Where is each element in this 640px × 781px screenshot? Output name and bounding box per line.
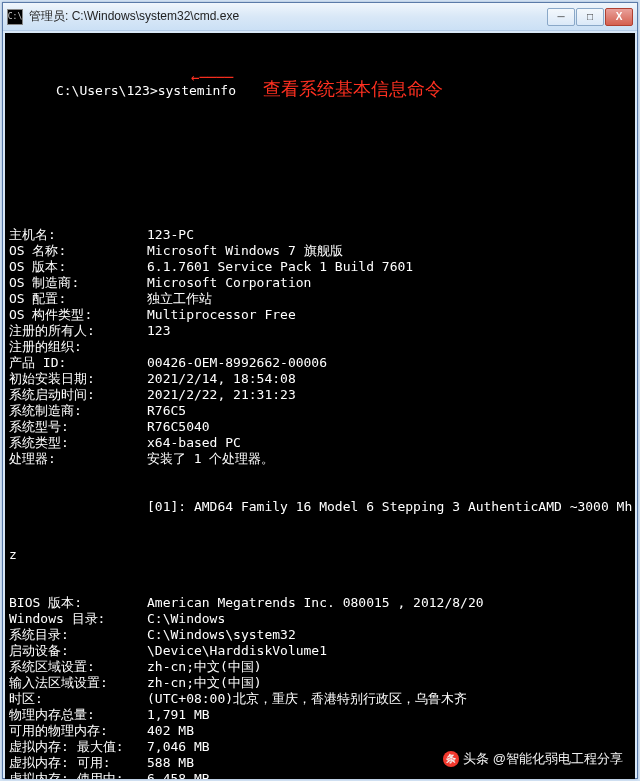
info-row: BIOS 版本:American Megatrends Inc. 080015 … <box>9 595 631 611</box>
info-label: 系统类型: <box>9 435 147 451</box>
info-row: OS 构件类型:Multiprocessor Free <box>9 307 631 323</box>
info-row: 系统类型:x64-based PC <box>9 435 631 451</box>
info-value: 2021/2/14, 18:54:08 <box>147 371 631 387</box>
info-value: C:\Windows <box>147 611 631 627</box>
info-label: OS 制造商: <box>9 275 147 291</box>
window-buttons: ─ □ X <box>547 8 633 26</box>
info-label: 主机名: <box>9 227 147 243</box>
info-value: 独立工作站 <box>147 291 631 307</box>
watermark: 条 头条 @智能化弱电工程分享 <box>443 751 623 767</box>
info-row: 时区:(UTC+08:00)北京，重庆，香港特别行政区，乌鲁木齐 <box>9 691 631 707</box>
info-value <box>147 339 631 355</box>
info-label: OS 构件类型: <box>9 307 147 323</box>
info-label: 系统区域设置: <box>9 659 147 675</box>
terminal-output[interactable]: C:\Users\123>systeminfo ←──── 查看系统基本信息命令… <box>5 33 635 779</box>
close-button[interactable]: X <box>605 8 633 26</box>
info-label: 初始安装日期: <box>9 371 147 387</box>
info-label: 系统目录: <box>9 627 147 643</box>
info-label: 虚拟内存: 可用: <box>9 755 147 771</box>
info-value: 1,791 MB <box>147 707 631 723</box>
info-value: American Megatrends Inc. 080015 , 2012/8… <box>147 595 631 611</box>
info-label: 虚拟内存: 使用中: <box>9 771 147 779</box>
info-row: 启动设备:\Device\HarddiskVolume1 <box>9 643 631 659</box>
info-label: BIOS 版本: <box>9 595 147 611</box>
titlebar[interactable]: C:\ 管理员: C:\Windows\system32\cmd.exe ─ □… <box>3 3 637 31</box>
info-value: R76C5040 <box>147 419 631 435</box>
minimize-button[interactable]: ─ <box>547 8 575 26</box>
window-title: 管理员: C:\Windows\system32\cmd.exe <box>29 8 547 25</box>
info-label: 物理内存总量: <box>9 707 147 723</box>
info-value: 123 <box>147 323 631 339</box>
info-value: zh-cn;中文(中国) <box>147 659 631 675</box>
info-value: 6,458 MB <box>147 771 631 779</box>
processor-detail: [01]: AMD64 Family 16 Model 6 Stepping 3… <box>9 499 631 515</box>
cmd-window: C:\ 管理员: C:\Windows\system32\cmd.exe ─ □… <box>2 2 638 779</box>
info-value: zh-cn;中文(中国) <box>147 675 631 691</box>
info-value: Multiprocessor Free <box>147 307 631 323</box>
prompt-line: C:\Users\123>systeminfo ←──── 查看系统基本信息命令 <box>9 67 631 147</box>
info-label: OS 名称: <box>9 243 147 259</box>
info-value: Microsoft Windows 7 旗舰版 <box>147 243 631 259</box>
info-row: 系统启动时间:2021/2/22, 21:31:23 <box>9 387 631 403</box>
info-label: 系统型号: <box>9 419 147 435</box>
info-row: OS 名称:Microsoft Windows 7 旗舰版 <box>9 243 631 259</box>
annotation-text: 查看系统基本信息命令 <box>263 81 443 97</box>
info-row: 系统制造商:R76C5 <box>9 403 631 419</box>
info-row: 系统区域设置:zh-cn;中文(中国) <box>9 659 631 675</box>
info-value: 00426-OEM-8992662-00006 <box>147 355 631 371</box>
info-row: Windows 目录:C:\Windows <box>9 611 631 627</box>
info-label: 输入法区域设置: <box>9 675 147 691</box>
info-value: C:\Windows\system32 <box>147 627 631 643</box>
info-value: 2021/2/22, 21:31:23 <box>147 387 631 403</box>
info-label: Windows 目录: <box>9 611 147 627</box>
info-value: x64-based PC <box>147 435 631 451</box>
info-row: OS 制造商:Microsoft Corporation <box>9 275 631 291</box>
info-label: 注册的所有人: <box>9 323 147 339</box>
info-row: 处理器:安装了 1 个处理器。 <box>9 451 631 467</box>
text-line: z <box>9 547 631 563</box>
info-row: 系统型号:R76C5040 <box>9 419 631 435</box>
info-row: 物理内存总量:1,791 MB <box>9 707 631 723</box>
info-row: 虚拟内存: 使用中:6,458 MB <box>9 771 631 779</box>
info-label: 系统制造商: <box>9 403 147 419</box>
info-label: 启动设备: <box>9 643 147 659</box>
info-row: 产品 ID:00426-OEM-8992662-00006 <box>9 355 631 371</box>
info-value: R76C5 <box>147 403 631 419</box>
info-label: 虚拟内存: 最大值: <box>9 739 147 755</box>
info-value: (UTC+08:00)北京，重庆，香港特别行政区，乌鲁木齐 <box>147 691 631 707</box>
info-value: 安装了 1 个处理器。 <box>147 451 631 467</box>
info-row: 可用的物理内存:402 MB <box>9 723 631 739</box>
info-value: 123-PC <box>147 227 631 243</box>
cmd-icon: C:\ <box>7 9 23 25</box>
info-label: OS 配置: <box>9 291 147 307</box>
info-value: 6.1.7601 Service Pack 1 Build 7601 <box>147 259 631 275</box>
info-label: OS 版本: <box>9 259 147 275</box>
info-row: OS 版本:6.1.7601 Service Pack 1 Build 7601 <box>9 259 631 275</box>
info-row: 注册的组织: <box>9 339 631 355</box>
info-label: 产品 ID: <box>9 355 147 371</box>
watermark-icon: 条 <box>443 751 459 767</box>
info-label: 可用的物理内存: <box>9 723 147 739</box>
info-label: 系统启动时间: <box>9 387 147 403</box>
watermark-text: 头条 @智能化弱电工程分享 <box>463 751 623 767</box>
info-row: 初始安装日期:2021/2/14, 18:54:08 <box>9 371 631 387</box>
info-label: 注册的组织: <box>9 339 147 355</box>
info-row: 主机名:123-PC <box>9 227 631 243</box>
prompt-text: C:\Users\123>systeminfo <box>56 83 236 98</box>
info-value: Microsoft Corporation <box>147 275 631 291</box>
info-value: \Device\HarddiskVolume1 <box>147 643 631 659</box>
info-row: 系统目录:C:\Windows\system32 <box>9 627 631 643</box>
info-row: 注册的所有人:123 <box>9 323 631 339</box>
maximize-button[interactable]: □ <box>576 8 604 26</box>
info-label: 处理器: <box>9 451 147 467</box>
info-value: 402 MB <box>147 723 631 739</box>
info-row: OS 配置:独立工作站 <box>9 291 631 307</box>
info-label: 时区: <box>9 691 147 707</box>
info-row: 输入法区域设置:zh-cn;中文(中国) <box>9 675 631 691</box>
